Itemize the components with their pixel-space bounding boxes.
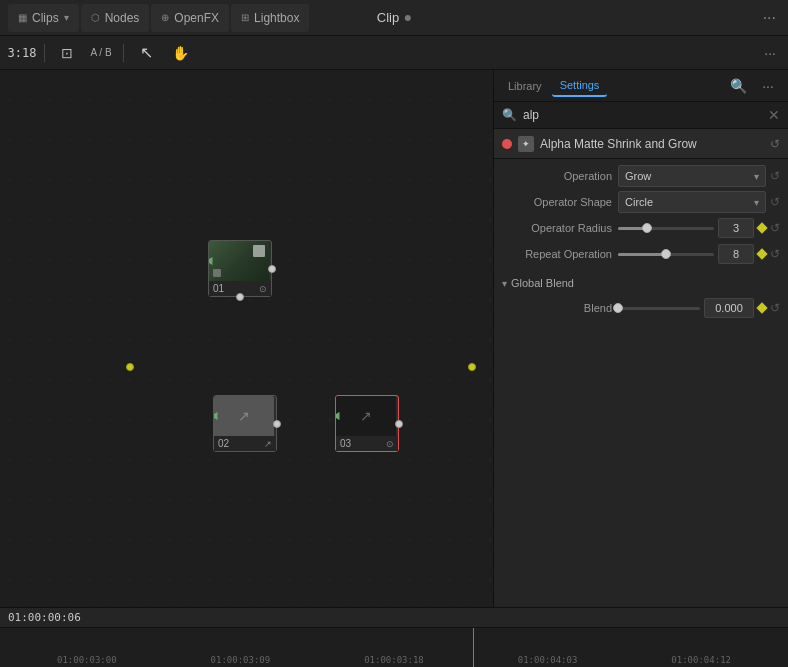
operation-label: Operation — [502, 170, 612, 182]
repeat-operation-keyframe[interactable] — [756, 248, 767, 259]
operation-reset[interactable]: ↺ — [770, 169, 780, 183]
nodes-label: Nodes — [105, 11, 140, 25]
tab-clips[interactable]: ▦ Clips ▾ — [8, 4, 79, 32]
tick-4: 01:00:04:12 — [671, 655, 731, 665]
top-bar: ▦ Clips ▾ ⬡ Nodes ⊕ OpenFX ⊞ Lightbox Cl… — [0, 0, 788, 36]
operator-shape-dropdown[interactable]: Circle ▾ — [618, 191, 766, 213]
node-03[interactable]: ↗ 03 ⊙ — [335, 395, 399, 452]
lightbox-label: Lightbox — [254, 11, 299, 25]
node-01-thumb — [209, 241, 269, 281]
timeline-header: 01:00:00:06 — [0, 608, 788, 628]
clip-label-center: Clip — [377, 10, 411, 25]
pointer-tool[interactable]: ↖ — [132, 40, 160, 66]
fit-btn[interactable]: ⊡ — [53, 40, 81, 66]
effect-icon: ✦ — [518, 136, 534, 152]
library-label: Library — [508, 80, 542, 92]
node-editor[interactable]: 01 ⊙ ↗ 02 ↗ — [0, 70, 493, 607]
node-01-right-conn[interactable] — [268, 265, 276, 273]
param-operation: Operation Grow ▾ ↺ — [494, 163, 788, 189]
openfx-label: OpenFX — [174, 11, 219, 25]
tab-openfx[interactable]: ⊕ OpenFX — [151, 4, 229, 32]
clips-chevron: ▾ — [64, 12, 69, 23]
toolbar-more[interactable]: ··· — [760, 45, 780, 61]
clips-label: Clips — [32, 11, 59, 25]
operation-dropdown[interactable]: Grow ▾ — [618, 165, 766, 187]
node-01-label: 01 — [213, 283, 255, 294]
global-blend-title: Global Blend — [511, 277, 574, 289]
clip-text: Clip — [377, 10, 399, 25]
node-03-footer: 03 ⊙ — [336, 436, 398, 451]
hand-tool[interactable]: ✋ — [166, 40, 194, 66]
operator-radius-value[interactable]: 3 — [718, 218, 754, 238]
tab-library[interactable]: Library — [500, 76, 550, 96]
global-blend-arrow: ▾ — [502, 278, 507, 289]
operator-radius-thumb — [642, 223, 652, 233]
node-01[interactable]: 01 ⊙ — [208, 240, 272, 297]
tick-0: 01:00:03:00 — [57, 655, 117, 665]
separator-1 — [44, 44, 45, 62]
topbar-more[interactable]: ··· — [759, 9, 780, 27]
node-02[interactable]: ↗ 02 ↗ — [213, 395, 277, 452]
param-operator-radius: Operator Radius 3 ↺ — [494, 215, 788, 241]
operator-radius-keyframe[interactable] — [756, 222, 767, 233]
repeat-operation-slider-wrap — [618, 253, 714, 256]
tick-2: 01:00:03:18 — [364, 655, 424, 665]
nodes-icon: ⬡ — [91, 12, 100, 23]
node-03-thumb: ↗ — [336, 396, 396, 436]
tab-nodes[interactable]: ⬡ Nodes — [81, 4, 150, 32]
blend-reset[interactable]: ↺ — [770, 301, 780, 315]
blend-slider-wrap — [618, 307, 700, 310]
panel-top-tabs: Library Settings 🔍 ··· — [494, 70, 788, 102]
node-03-icon: ⊙ — [386, 439, 394, 449]
panel-more-btn[interactable]: ··· — [754, 73, 782, 99]
repeat-operation-reset[interactable]: ↺ — [770, 247, 780, 261]
tab-lightbox[interactable]: ⊞ Lightbox — [231, 4, 309, 32]
operator-radius-slider[interactable] — [618, 227, 714, 230]
time-display: 3:18 — [8, 40, 36, 66]
effect-enable-toggle[interactable] — [502, 139, 512, 149]
right-yellow-connector[interactable] — [468, 363, 476, 371]
search-icon: 🔍 — [502, 108, 517, 122]
operator-shape-label: Operator Shape — [502, 196, 612, 208]
effect-reset-btn[interactable]: ↺ — [770, 137, 780, 151]
blend-thumb — [613, 303, 623, 313]
node-01-bottom-conn[interactable] — [236, 293, 244, 301]
node-01-icon: ⊙ — [259, 284, 267, 294]
timeline: 01:00:00:06 01:00:03:00 01:00:03:09 01:0… — [0, 607, 788, 667]
settings-label: Settings — [560, 79, 600, 91]
clip-dot — [405, 15, 411, 21]
effect-header: ✦ Alpha Matte Shrink and Grow ↺ — [494, 129, 788, 159]
tab-settings[interactable]: Settings — [552, 75, 608, 97]
blend-label: Blend — [502, 302, 612, 314]
search-clear-btn[interactable]: ✕ — [768, 107, 780, 123]
left-yellow-connector[interactable] — [126, 363, 134, 371]
separator-2 — [123, 44, 124, 62]
global-blend-header[interactable]: ▾ Global Blend — [494, 271, 788, 295]
operator-shape-reset[interactable]: ↺ — [770, 195, 780, 209]
clips-icon: ▦ — [18, 12, 27, 23]
node-02-img: ↗ — [214, 396, 274, 436]
operator-radius-control: 3 ↺ — [618, 218, 780, 238]
timecode: 3:18 — [8, 46, 37, 60]
node-03-right-conn[interactable] — [395, 420, 403, 428]
node-02-icon: ↗ — [264, 439, 272, 449]
node-01-img — [209, 241, 269, 281]
node-03-img: ↗ — [336, 396, 396, 436]
ab-toggle[interactable]: A / B — [87, 40, 115, 66]
timeline-timecode: 01:00:00:06 — [8, 611, 81, 624]
timeline-tracks[interactable]: 01:00:03:00 01:00:03:09 01:00:03:18 01:0… — [0, 628, 788, 667]
node-02-right-conn[interactable] — [273, 420, 281, 428]
param-repeat-operation: Repeat Operation 8 ↺ — [494, 241, 788, 267]
panel-search-btn[interactable]: 🔍 — [724, 73, 752, 99]
repeat-operation-value[interactable]: 8 — [718, 244, 754, 264]
lightbox-icon: ⊞ — [241, 12, 249, 23]
tick-1: 01:00:03:09 — [211, 655, 271, 665]
blend-control: 0.000 ↺ — [618, 298, 780, 318]
repeat-operation-slider[interactable] — [618, 253, 714, 256]
main-layout: 01 ⊙ ↗ 02 ↗ — [0, 70, 788, 607]
blend-slider[interactable] — [618, 307, 700, 310]
search-input[interactable] — [523, 108, 762, 122]
operator-radius-reset[interactable]: ↺ — [770, 221, 780, 235]
blend-keyframe[interactable] — [756, 302, 767, 313]
blend-value[interactable]: 0.000 — [704, 298, 754, 318]
